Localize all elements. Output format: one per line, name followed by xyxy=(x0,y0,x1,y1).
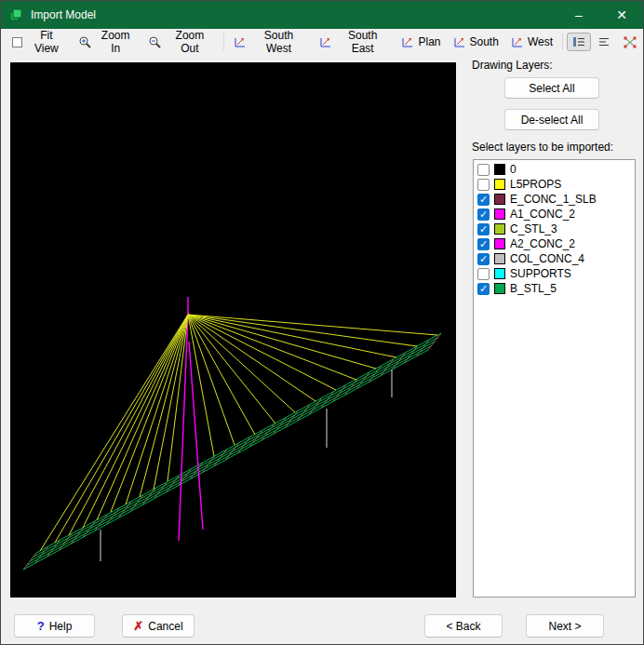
layer-list[interactable]: 0L5PROPSE_CONC_1_SLBA1_CONC_2C_STL_3A2_C… xyxy=(473,159,636,598)
fit-view-button[interactable]: Fit View xyxy=(6,25,72,59)
layer-checkbox[interactable] xyxy=(477,194,490,206)
toolbar-separator xyxy=(223,34,224,50)
layer-color-swatch xyxy=(494,179,505,190)
view-south-west-button[interactable]: South West xyxy=(228,25,313,59)
node-links-icon xyxy=(623,35,637,48)
layer-color-swatch xyxy=(494,164,505,175)
layer-color-swatch xyxy=(494,253,505,264)
layer-row[interactable]: A2_CONC_2 xyxy=(474,236,635,251)
layer-checkbox[interactable] xyxy=(477,208,490,221)
view-south-button[interactable]: South xyxy=(448,32,504,52)
window-title: Import Model xyxy=(31,8,96,21)
layer-row[interactable]: A1_CONC_2 xyxy=(474,207,635,222)
layer-color-swatch xyxy=(494,268,505,279)
view-plan-label: Plan xyxy=(418,35,440,48)
help-icon: ? xyxy=(37,619,45,633)
view-south-east-button[interactable]: South East xyxy=(314,25,396,59)
layer-row[interactable]: SUPPORTS xyxy=(474,266,635,281)
minimize-button[interactable]: – xyxy=(557,1,600,29)
layer-row[interactable]: L5PROPS xyxy=(474,177,635,192)
layer-row[interactable]: B_STL_5 xyxy=(474,281,635,296)
detailed-list-icon xyxy=(572,36,585,47)
layer-checkbox[interactable] xyxy=(477,253,490,265)
app-icon xyxy=(8,7,23,22)
layer-checkbox[interactable] xyxy=(477,238,490,250)
shaded-list-view-button[interactable] xyxy=(567,33,591,51)
layer-row[interactable]: E_CONC_1_SLB xyxy=(474,192,635,207)
simple-list-icon xyxy=(597,36,610,47)
view-south-east-icon xyxy=(319,36,332,48)
outline-list-view-button[interactable] xyxy=(592,33,616,51)
layers-panel: Drawing Layers: Select All De-select All… xyxy=(466,57,637,598)
layer-row[interactable]: C_STL_3 xyxy=(474,222,635,236)
layer-checkbox[interactable] xyxy=(477,268,490,280)
close-button[interactable]: ✕ xyxy=(600,1,643,29)
node-merge-button[interactable] xyxy=(617,32,643,52)
layer-label: E_CONC_1_SLB xyxy=(510,193,597,206)
deselect-all-button[interactable]: De-select All xyxy=(504,109,599,130)
import-model-window: Import Model – ✕ Fit View Zoom In Zoom O… xyxy=(0,0,644,645)
next-button[interactable]: Next > xyxy=(526,614,604,638)
layer-label: COL_CONC_4 xyxy=(510,252,584,265)
layer-row[interactable]: COL_CONC_4 xyxy=(474,251,635,266)
toolbar-separator xyxy=(562,34,563,50)
view-south-label: South xyxy=(470,35,499,48)
layer-color-swatch xyxy=(494,208,505,220)
zoom-out-label: Zoom Out xyxy=(166,29,214,55)
fit-view-label: Fit View xyxy=(27,29,66,55)
back-button[interactable]: < Back xyxy=(424,614,503,638)
zoom-in-label: Zoom In xyxy=(96,29,136,55)
cancel-icon: ✗ xyxy=(133,619,143,633)
view-plan-icon xyxy=(401,36,414,48)
layer-label: A1_CONC_2 xyxy=(510,208,575,221)
layer-label: A2_CONC_2 xyxy=(510,237,575,250)
zoom-in-icon xyxy=(78,35,92,49)
layer-color-swatch xyxy=(494,223,505,235)
view-south-west-label: South West xyxy=(250,29,307,55)
help-button[interactable]: ? Help xyxy=(14,614,95,638)
cancel-label: Cancel xyxy=(148,620,182,633)
select-layers-label: Select layers to be imported: xyxy=(472,141,637,154)
layer-row[interactable]: 0 xyxy=(474,162,635,177)
view-west-label: West xyxy=(528,35,553,48)
layer-checkbox[interactable] xyxy=(477,283,490,295)
layer-label: B_STL_5 xyxy=(510,282,557,295)
layer-color-swatch xyxy=(494,283,505,294)
help-label: Help xyxy=(49,620,73,633)
layer-label: SUPPORTS xyxy=(510,267,571,280)
toolbar: Fit View Zoom In Zoom Out South West So xyxy=(1,29,643,55)
next-label: Next > xyxy=(548,620,581,633)
layer-checkbox[interactable] xyxy=(477,179,490,191)
model-viewport[interactable] xyxy=(10,62,456,598)
view-south-east-label: South East xyxy=(336,29,390,55)
layer-label: L5PROPS xyxy=(510,178,561,191)
zoom-out-button[interactable]: Zoom Out xyxy=(142,25,220,59)
select-all-button[interactable]: Select All xyxy=(504,77,599,99)
layer-label: 0 xyxy=(510,163,517,176)
view-south-icon xyxy=(453,36,466,48)
view-west-button[interactable]: West xyxy=(505,32,558,52)
zoom-out-icon xyxy=(148,35,162,49)
layer-color-swatch xyxy=(494,238,505,249)
layer-checkbox[interactable] xyxy=(477,164,490,176)
layer-checkbox[interactable] xyxy=(477,223,490,235)
back-label: < Back xyxy=(446,620,480,633)
fit-view-icon xyxy=(11,36,23,48)
view-west-icon xyxy=(511,36,524,48)
view-south-west-icon xyxy=(234,36,247,48)
model-svg xyxy=(10,62,456,598)
cancel-button[interactable]: ✗ Cancel xyxy=(122,614,195,638)
zoom-in-button[interactable]: Zoom In xyxy=(73,25,141,59)
layer-label: C_STL_3 xyxy=(510,222,557,235)
view-plan-button[interactable]: Plan xyxy=(396,32,446,52)
drawing-layers-label: Drawing Layers: xyxy=(472,59,637,72)
layer-color-swatch xyxy=(494,194,505,205)
